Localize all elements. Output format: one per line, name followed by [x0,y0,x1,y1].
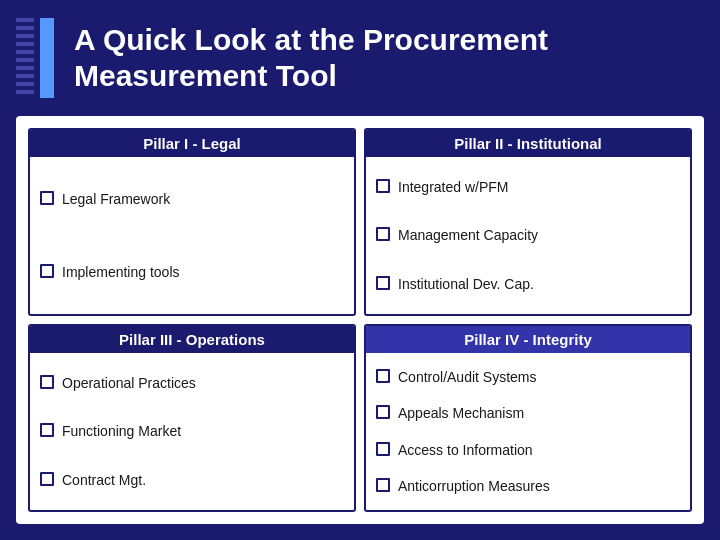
header: A Quick Look at the Procurement Measurem… [0,0,720,116]
pillar4-body: Control/Audit Systems Appeals Mechanism … [366,353,690,510]
bullet-icon [376,369,390,383]
bullet-icon [40,472,54,486]
header-title: A Quick Look at the Procurement Measurem… [74,18,548,98]
pillar1-body: Legal Framework Implementing tools [30,157,354,314]
logo-stripe [16,18,34,98]
bullet-icon [376,276,390,290]
pillar2-quadrant: Pillar II - Institutional Integrated w/P… [364,128,692,316]
slide-container: A Quick Look at the Procurement Measurem… [0,0,720,540]
bullet-icon [376,227,390,241]
list-item: Integrated w/PFM [376,176,680,198]
pillar2-header: Pillar II - Institutional [366,130,690,157]
pillar3-quadrant: Pillar III - Operations Operational Prac… [28,324,356,512]
bullet-icon [376,442,390,456]
content-grid: Pillar I - Legal Legal Framework Impleme… [16,116,704,524]
list-item: Anticorruption Measures [376,475,680,497]
pillar3-header: Pillar III - Operations [30,326,354,353]
pillar1-quadrant: Pillar I - Legal Legal Framework Impleme… [28,128,356,316]
list-item: Implementing tools [40,261,344,283]
pillar3-body: Operational Practices Functioning Market… [30,353,354,510]
bullet-icon [40,423,54,437]
list-item: Contract Mgt. [40,469,344,491]
list-item: Legal Framework [40,188,344,210]
bullet-icon [40,264,54,278]
bullet-icon [376,179,390,193]
list-item: Control/Audit Systems [376,366,680,388]
list-item: Access to Information [376,439,680,461]
list-item: Appeals Mechanism [376,402,680,424]
logo-block [40,18,54,98]
pillar1-header: Pillar I - Legal [30,130,354,157]
bullet-icon [40,191,54,205]
pillar4-quadrant: Pillar IV - Integrity Control/Audit Syst… [364,324,692,512]
pillar4-header: Pillar IV - Integrity [366,326,690,353]
bullet-icon [376,478,390,492]
title-line1: A Quick Look at the Procurement [74,22,548,58]
list-item: Operational Practices [40,372,344,394]
pillar2-body: Integrated w/PFM Management Capacity Ins… [366,157,690,314]
list-item: Institutional Dev. Cap. [376,273,680,295]
title-line2: Measurement Tool [74,58,548,94]
bullet-icon [40,375,54,389]
bullet-icon [376,405,390,419]
list-item: Functioning Market [40,420,344,442]
list-item: Management Capacity [376,224,680,246]
